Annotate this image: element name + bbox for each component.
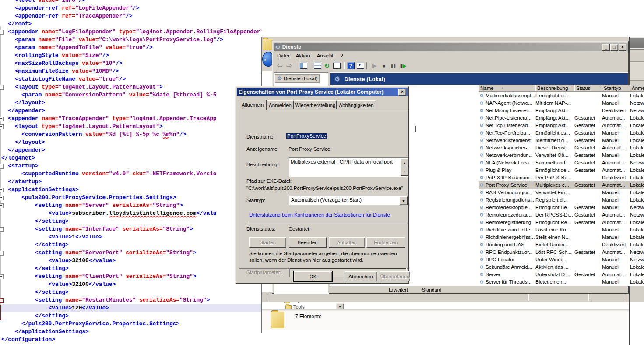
code-line[interactable]: <setting name="RestartMinutes" serialize… <box>1 296 261 304</box>
maximize-button[interactable]: □ <box>610 44 618 51</box>
code-line[interactable]: </setting> <box>1 217 261 225</box>
code-line[interactable]: <setting name="ClientPort" serializeAs="… <box>1 273 261 281</box>
extended-view-icon[interactable] <box>355 62 365 70</box>
service-row[interactable]: ⚙Net.Pipe-Listenera...Empfängt Akt...Ges… <box>479 114 644 122</box>
tab-anmelden[interactable]: Anmelden <box>267 100 294 110</box>
code-line[interactable]: <value>120</value> <box>1 304 261 312</box>
beschreibung-textarea[interactable]: Multiplexes external TCP/IP data on loca… <box>289 157 408 177</box>
beenden-button[interactable]: Beenden <box>289 237 327 248</box>
service-row[interactable]: ⚙Multimediaklassenpl...Ermöglicht ei...M… <box>479 92 644 100</box>
service-row[interactable]: ⚙RPC-Endpunktzuor...Löst RPC-Sch...Gesta… <box>479 249 644 256</box>
code-line[interactable]: <param name="AppendToFile" value="true"/… <box>1 44 261 52</box>
back-icon[interactable]: ⇦ <box>275 62 285 70</box>
service-row[interactable]: ⚙ServerUnterstützt D...GestartetAutomat.… <box>479 271 644 278</box>
scroll-down-icon[interactable]: ▼ <box>401 167 408 176</box>
dialog-titlebar[interactable]: Eigenschaften von Port Proxy Service (Lo… <box>237 88 408 96</box>
ok-button[interactable]: OK <box>294 271 332 281</box>
service-row[interactable]: ⚙RemoteregistrierungErmöglicht Re...Gest… <box>479 219 644 226</box>
service-row[interactable]: ⚙RPC-LocatorUnter Windo...ManuellNetzwer… <box>479 256 644 263</box>
code-line[interactable]: <appender name="LogFileAppender" type="l… <box>1 28 261 36</box>
anzeigename-value[interactable]: Port Proxy Service <box>289 146 330 152</box>
menu-datei[interactable]: Datei <box>274 52 292 59</box>
export-list-icon[interactable] <box>332 62 341 70</box>
restart-service-icon[interactable]: ▮▶ <box>398 62 408 70</box>
code-line[interactable]: <setting name="Server" serializeAs="Stri… <box>1 202 261 210</box>
close-icon[interactable]: × <box>398 89 406 96</box>
pause-service-icon[interactable]: ▮▮ <box>389 62 398 70</box>
service-row[interactable]: ⚙Netzwerkverbindun...Verwaltet Ob...Gest… <box>479 152 644 159</box>
help-icon[interactable]: ? <box>346 62 355 70</box>
code-line[interactable]: </appender> <box>1 146 261 154</box>
code-line[interactable]: </configuration> <box>1 336 261 344</box>
properties-icon[interactable] <box>313 62 322 70</box>
column-header-status[interactable]: Status <box>574 85 602 92</box>
anhalten-button[interactable]: Anhalten <box>329 237 365 248</box>
code-line[interactable]: <value>32100</value> <box>1 257 261 265</box>
code-line[interactable]: <param name="ConversionPattern" value="%… <box>1 91 261 99</box>
code-line[interactable]: <supportedRuntime version="v4.0" sku=".N… <box>1 170 261 178</box>
code-line[interactable]: </appender> <box>1 107 261 115</box>
service-row[interactable]: ⚙Port Proxy ServiceMultiplexes e...Gesta… <box>479 181 644 189</box>
column-header-anmelden-als[interactable]: Anmelden als <box>630 85 644 92</box>
code-line[interactable]: <level value="INFO"/> <box>1 0 261 4</box>
service-row[interactable]: ⚙Plug & PlayErmöglicht de...GestartetAut… <box>479 167 644 174</box>
column-header-name[interactable]: Name ▲ <box>479 85 535 92</box>
menu-aktion[interactable]: Aktion <box>292 52 313 59</box>
code-line[interactable]: <value>subscriber.lloydslistintelligence… <box>1 210 261 217</box>
show-console-tree-icon[interactable] <box>299 62 308 70</box>
chevron-down-icon[interactable]: ▼ <box>336 303 344 310</box>
code-line[interactable]: <layout type="log4net.Layout.PatternLayo… <box>1 123 261 131</box>
code-line[interactable]: </puls200.PortProxyService.Properties.Se… <box>1 320 261 328</box>
uebernehmen-button[interactable]: Übernehmen <box>380 271 410 281</box>
start-service-icon[interactable]: ▶ <box>370 62 379 70</box>
tab-allgemein[interactable]: Allgemein <box>239 100 267 110</box>
services-window-titlebar[interactable]: ⚙ Dienste _ □ × <box>274 43 628 51</box>
service-row[interactable]: ⚙Remotedesktopdie...Ermöglicht Be...Gest… <box>479 204 644 211</box>
service-row[interactable]: ⚙Routing und RASBietet Routin...Deaktivi… <box>479 241 644 249</box>
refresh-icon[interactable]: ↻ <box>322 62 332 70</box>
code-line[interactable]: </startup> <box>1 178 261 186</box>
code-line[interactable]: </layout> <box>1 99 261 107</box>
service-row[interactable]: ⚙RAS-Verbindungsv...Verwaltet Ein...Manu… <box>479 189 644 196</box>
starttyp-dropdown[interactable]: Automatisch (Verzögerter Start) ▼ <box>289 196 408 206</box>
service-row[interactable]: ⚙Sekundäre Anmeld...Aktiviert das ...Man… <box>479 263 644 271</box>
code-line[interactable]: <conversionPattern value="%d [%t] %-5p %… <box>1 131 261 139</box>
service-row[interactable]: ⚙NLA (Network Loca...Sammelt und ...Gest… <box>479 159 644 167</box>
service-row[interactable]: ⚙Richtlinienergebniss...Stellt einen N..… <box>479 234 644 241</box>
minimize-button[interactable]: _ <box>602 44 610 51</box>
fortsetzen-button[interactable]: Fortsetzen <box>366 237 405 248</box>
code-line[interactable]: <maximumFileSize value="10MB"/> <box>1 68 261 75</box>
code-line[interactable]: <setting name="ServerPort" serializeAs="… <box>1 249 261 257</box>
tree-item-dienste-lokal[interactable]: ⚙ Dienste (Lokal) <box>275 74 320 83</box>
service-row[interactable]: ⚙PnP-X-IP-Busenum...Der PnP-X-Bu...Deakt… <box>479 174 644 181</box>
startoptions-help-link[interactable]: Unterstützung beim Konfigurieren der Sta… <box>249 212 390 217</box>
menu-hilfe[interactable]: ? <box>337 52 347 59</box>
xml-code-lines[interactable]: <level value="INFO"/> <appender-ref ref=… <box>1 0 261 344</box>
service-row[interactable]: ⚙Net.Tcp-Portfreiga...Ermöglicht es...Ge… <box>479 129 644 137</box>
folder-icon[interactable] <box>263 39 272 50</box>
tab-wiederherstellung[interactable]: Wiederherstellung <box>294 100 337 110</box>
code-line[interactable]: </root> <box>1 20 261 28</box>
code-line[interactable]: <maxSizeRollBackups value="10"/> <box>1 60 261 68</box>
service-row[interactable]: ⚙Net.Msmq-Listener...Empfängt Akt...Deak… <box>479 107 644 114</box>
service-row[interactable]: ⚙Registrierungsdiens...Registriert di...… <box>479 196 644 204</box>
starten-button[interactable]: Starten <box>249 237 286 248</box>
code-line[interactable]: <appender-ref ref="LogFileAppender"/> <box>1 4 261 12</box>
code-line[interactable]: </applicationSettings> <box>1 328 261 336</box>
code-line[interactable]: <value>32100</value> <box>1 281 261 288</box>
code-line[interactable]: <appender-ref ref="TraceAppender"/> <box>1 12 261 20</box>
code-line[interactable]: <setting name="Interface" serializeAs="S… <box>1 225 261 233</box>
tab-erweitert[interactable]: Erweitert <box>382 286 415 293</box>
code-line[interactable]: <puls200.PortProxyService.Properties.Set… <box>1 194 261 202</box>
service-row[interactable]: ⚙NAP-Agent (Netwo...Mit dem NAP-...Manue… <box>479 100 644 107</box>
tab-abhaengigkeiten[interactable]: Abhängigkeiten <box>337 100 376 110</box>
tab-standard[interactable]: Standard <box>416 286 447 293</box>
code-line[interactable]: <layout type="log4net.Layout.PatternLayo… <box>1 83 261 91</box>
code-line[interactable]: </setting> <box>1 241 261 249</box>
code-line[interactable]: <appender name="TraceAppender" type="log… <box>1 115 261 123</box>
dienstname-value[interactable]: PortProxyService <box>286 133 327 139</box>
service-row[interactable]: ⚙Net.Tcp-Listenerad...Empfängt Akt...Ges… <box>479 122 644 129</box>
code-line[interactable]: </layout> <box>1 139 261 146</box>
scroll-up-icon[interactable]: ▲ <box>401 158 408 167</box>
forward-icon[interactable]: ⇨ <box>285 62 294 70</box>
